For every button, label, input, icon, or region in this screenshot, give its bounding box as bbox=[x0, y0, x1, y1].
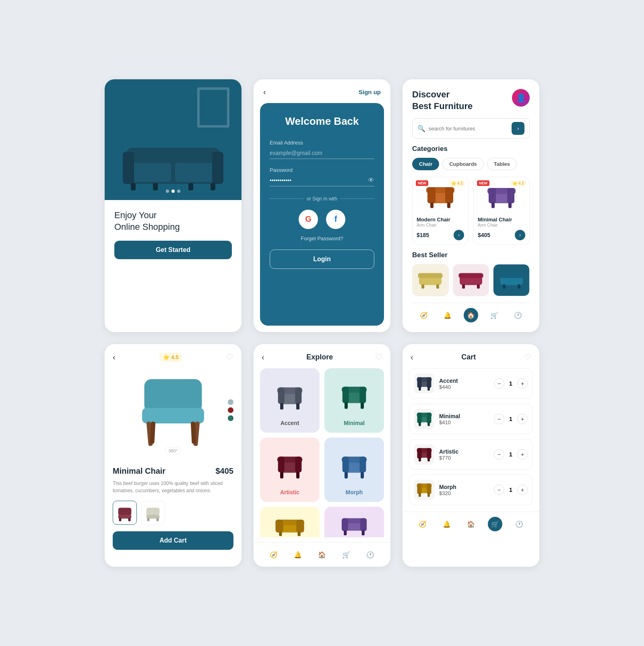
best-card-2[interactable] bbox=[453, 264, 489, 296]
categories-title: Categories bbox=[412, 145, 530, 153]
signup-link[interactable]: Sign up bbox=[359, 89, 381, 95]
product-minimal-chair[interactable]: NEW ⭐ 4.5 Minimal Chair Arm Chair $405 bbox=[473, 177, 530, 245]
rotation-label: 360° bbox=[165, 447, 182, 454]
minimal-plus[interactable]: + bbox=[517, 414, 528, 424]
svg-rect-3 bbox=[127, 148, 219, 163]
card-detail: ‹ ⭐ 4.5 ♡ bbox=[105, 344, 242, 567]
exp-nav-cart[interactable]: 🛒 bbox=[339, 547, 353, 562]
get-started-button[interactable]: Get Started bbox=[114, 241, 232, 259]
password-input[interactable] bbox=[270, 175, 368, 186]
svg-rect-35 bbox=[144, 379, 202, 413]
svg-rect-106 bbox=[427, 483, 431, 494]
best-card-3[interactable] bbox=[493, 264, 530, 296]
svg-rect-20 bbox=[491, 202, 495, 208]
nav-bell[interactable]: 🔔 bbox=[440, 308, 455, 322]
card-discover: Discover Best Furniture 👤 🔍 › Categories… bbox=[402, 79, 539, 332]
explore-morph[interactable]: Morph bbox=[324, 438, 384, 502]
welcome-title: Welcome Back bbox=[270, 115, 374, 128]
product-price-row-1: $185 › bbox=[417, 230, 464, 240]
product-title-price: Minimal Chair $405 bbox=[113, 466, 233, 476]
back-button[interactable]: ‹ bbox=[263, 87, 266, 97]
minimal-minus[interactable]: − bbox=[494, 414, 504, 424]
eye-icon[interactable]: 👁 bbox=[368, 177, 374, 184]
dot-3[interactable] bbox=[177, 190, 180, 193]
best-card-1[interactable] bbox=[412, 264, 449, 296]
explore-artistic[interactable]: Artistic bbox=[260, 438, 320, 502]
explore-heart-button[interactable]: ♡ bbox=[375, 352, 382, 362]
svg-rect-57 bbox=[343, 387, 349, 403]
color-red[interactable] bbox=[228, 407, 233, 413]
exp-nav-bell[interactable]: 🔔 bbox=[291, 547, 305, 562]
color-green[interactable] bbox=[228, 415, 233, 421]
search-button[interactable]: › bbox=[512, 122, 524, 135]
morph-name: Morph bbox=[439, 484, 489, 490]
svg-rect-24 bbox=[421, 285, 424, 289]
cart-back-button[interactable]: ‹ bbox=[411, 353, 413, 362]
heart-button[interactable]: ♡ bbox=[226, 352, 233, 362]
product-arrow-2[interactable]: › bbox=[515, 230, 525, 240]
rating-badge: ⭐ 4.5 bbox=[159, 353, 182, 362]
search-input[interactable] bbox=[429, 126, 508, 132]
password-row: 👁 bbox=[270, 175, 374, 186]
nav-compass[interactable]: 🧭 bbox=[417, 308, 431, 322]
accent-minus[interactable]: − bbox=[494, 378, 504, 389]
nav-home[interactable]: 🏠 bbox=[464, 308, 478, 322]
explore-classic[interactable]: Classic bbox=[324, 507, 384, 537]
cart-nav-compass[interactable]: 🧭 bbox=[415, 517, 430, 531]
nav-history[interactable]: 🕐 bbox=[511, 308, 525, 322]
svg-rect-96 bbox=[427, 422, 430, 426]
google-signin-button[interactable]: G bbox=[299, 210, 318, 229]
color-teal[interactable] bbox=[228, 399, 233, 405]
chair-display: 360° bbox=[105, 362, 242, 458]
star-icon: ⭐ bbox=[163, 354, 169, 360]
exp-nav-compass[interactable]: 🧭 bbox=[266, 547, 281, 562]
explore-accent[interactable]: Accent bbox=[260, 368, 320, 433]
dot-1[interactable] bbox=[166, 190, 169, 193]
cart-nav-bell[interactable]: 🔔 bbox=[440, 517, 454, 531]
facebook-signin-button[interactable]: f bbox=[326, 210, 345, 229]
morph-qty: − 1 + bbox=[494, 485, 528, 495]
morph-minus[interactable]: − bbox=[494, 485, 504, 495]
forgot-password-link[interactable]: Forget Password? bbox=[270, 235, 374, 241]
svg-rect-100 bbox=[427, 448, 431, 458]
detail-back-button[interactable]: ‹ bbox=[113, 353, 116, 362]
cart-nav-history[interactable]: 🕐 bbox=[512, 517, 526, 531]
morph-plus[interactable]: + bbox=[517, 485, 528, 495]
cart-header: ‹ Cart ♡ bbox=[402, 344, 539, 368]
accent-plus[interactable]: + bbox=[517, 378, 528, 389]
tab-chair[interactable]: Chair bbox=[412, 158, 439, 170]
svg-rect-52 bbox=[295, 388, 301, 404]
svg-rect-59 bbox=[345, 402, 348, 409]
exp-nav-history[interactable]: 🕐 bbox=[363, 547, 378, 562]
svg-rect-87 bbox=[417, 377, 422, 388]
product-modern-chair[interactable]: NEW ⭐ 4.5 Modern Chair Arm Chair $185 bbox=[412, 177, 469, 245]
thumbnail-2[interactable] bbox=[141, 501, 165, 525]
tab-tables[interactable]: Tables bbox=[487, 158, 517, 170]
tab-cupboards[interactable]: Cupboards bbox=[442, 158, 484, 170]
cart-heart-button[interactable]: ♡ bbox=[524, 352, 531, 362]
email-input[interactable] bbox=[270, 147, 374, 159]
product-arrow-1[interactable]: › bbox=[454, 230, 464, 240]
accent-info: Accent $440 bbox=[439, 378, 489, 390]
add-cart-button[interactable]: Add Cart bbox=[113, 531, 233, 550]
svg-rect-101 bbox=[419, 458, 421, 461]
explore-minimal[interactable]: Minimal bbox=[324, 368, 384, 433]
dot-2[interactable] bbox=[171, 190, 175, 193]
login-button[interactable]: Login bbox=[270, 250, 374, 269]
explore-sofa[interactable]: Sofa bbox=[260, 507, 320, 537]
artistic-plus[interactable]: + bbox=[517, 449, 528, 460]
nav-cart[interactable]: 🛒 bbox=[487, 308, 502, 322]
minimal-qty: − 1 + bbox=[494, 414, 528, 424]
avatar[interactable]: 👤 bbox=[512, 89, 530, 107]
exp-nav-home[interactable]: 🏠 bbox=[315, 547, 329, 562]
artistic-name: Artistic bbox=[439, 448, 489, 455]
artistic-minus[interactable]: − bbox=[494, 449, 504, 460]
explore-back-button[interactable]: ‹ bbox=[262, 353, 264, 362]
cart-nav-cart[interactable]: 🛒 bbox=[488, 517, 502, 531]
detail-content: Minimal Chair $405 This beef burger uses… bbox=[105, 458, 242, 558]
svg-rect-81 bbox=[342, 518, 348, 531]
cart-nav-home[interactable]: 🏠 bbox=[464, 517, 478, 531]
thumbnail-1[interactable] bbox=[113, 501, 137, 525]
minimal-chair-svg bbox=[129, 366, 217, 454]
cart-item-minimal: Minimal $410 − 1 + bbox=[409, 404, 533, 434]
